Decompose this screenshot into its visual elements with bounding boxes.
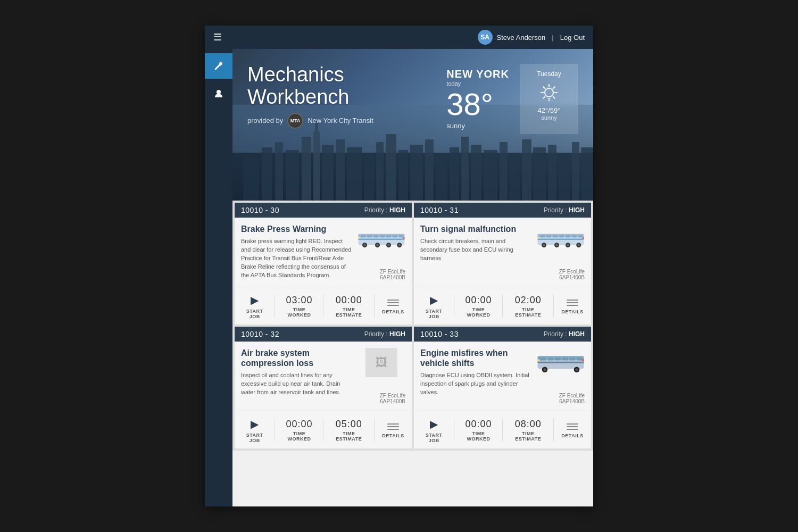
- svg-rect-46: [380, 235, 385, 237]
- svg-line-38: [553, 96, 555, 98]
- job-text-2: Air brake system compression loss Inspec…: [241, 348, 352, 404]
- job-number-1: 10010 - 31: [420, 206, 459, 214]
- time-estimate-label-0: TIME ESTIMATE: [330, 307, 368, 318]
- weather-city: NEW YORK: [446, 68, 509, 80]
- job-card-0: 10010 - 30 Priority : HIGH Brake Press W…: [235, 203, 412, 325]
- time-estimate-value-0: 00:00: [336, 295, 362, 306]
- svg-rect-83: [539, 358, 546, 360]
- time-estimate-section-2: 05:00 TIME ESTIMATE: [323, 413, 374, 447]
- svg-point-54: [376, 244, 379, 246]
- wrench-icon: [213, 61, 224, 71]
- weather-condition: sunny: [446, 122, 509, 130]
- start-job-button-2[interactable]: ▶ START JOB: [235, 411, 275, 448]
- priority-value-0: HIGH: [389, 206, 405, 214]
- person-icon: [213, 88, 224, 99]
- job-image-area-0: ZF EcoLife 6AP1400B: [358, 224, 405, 280]
- svg-rect-60: [403, 237, 405, 238]
- details-button-1[interactable]: DETAILS: [554, 292, 591, 320]
- job-number-3: 10010 - 33: [420, 330, 459, 338]
- logout-button[interactable]: Log Out: [560, 34, 585, 41]
- job-priority-1: Priority : HIGH: [544, 206, 585, 214]
- svg-point-0: [217, 90, 221, 94]
- time-estimate-value-1: 02:00: [515, 295, 542, 306]
- svg-rect-59: [359, 237, 360, 238]
- svg-point-56: [387, 244, 390, 246]
- details-icon-1: [564, 297, 580, 308]
- details-icon-2: [385, 421, 401, 432]
- main-layout: Mechanics Workbench provided by MTA New …: [205, 49, 593, 506]
- job-title-3: Engine misfires when vehicle shifts: [420, 348, 531, 368]
- details-label-3: DETAILS: [561, 433, 583, 438]
- hero-title-section: Mechanics Workbench provided by MTA New …: [247, 64, 446, 129]
- job-title-2: Air brake system compression loss: [241, 348, 352, 368]
- content-area: Mechanics Workbench provided by MTA New …: [232, 49, 593, 506]
- svg-point-52: [363, 244, 366, 246]
- sidebar-item-profile[interactable]: [205, 81, 232, 106]
- job-header-1: 10010 - 31 Priority : HIGH: [414, 203, 591, 218]
- svg-point-58: [398, 244, 401, 246]
- job-header-0: 10010 - 30 Priority : HIGH: [235, 203, 412, 218]
- start-job-button-1[interactable]: ▶ START JOB: [414, 287, 454, 325]
- job-title-1: Turn signal malfunction: [420, 224, 531, 234]
- job-body-3: Engine misfires when vehicle shifts Diag…: [414, 342, 591, 411]
- forecast-condition: sunny: [528, 114, 570, 121]
- job-desc-0: Brake press warning light RED. Inspect a…: [241, 237, 352, 280]
- time-estimate-label-2: TIME ESTIMATE: [330, 431, 368, 442]
- svg-point-76: [567, 244, 569, 246]
- start-job-button-3[interactable]: ▶ START JOB: [414, 411, 454, 448]
- job-image-area-1: ZF EcoLife 6AP1400B: [537, 224, 585, 280]
- job-actions-1: ▶ START JOB 00:00 TIME WORKED 02:00 TIME…: [414, 287, 591, 325]
- sidebar-item-tools[interactable]: [205, 53, 232, 79]
- provided-by-label: provided by: [247, 117, 283, 124]
- job-model-0: ZF EcoLife 6AP1400B: [358, 267, 405, 280]
- job-card-1: 10010 - 31 Priority : HIGH Turn signal m…: [414, 203, 591, 325]
- svg-point-74: [555, 244, 558, 246]
- details-button-0[interactable]: DETAILS: [375, 292, 412, 320]
- page-title: Mechanics Workbench: [247, 64, 446, 109]
- job-desc-1: Check circuit breakers, main and seconda…: [420, 237, 531, 263]
- play-icon-3: ▶: [427, 417, 442, 431]
- svg-point-72: [543, 244, 545, 246]
- details-label-1: DETAILS: [561, 309, 583, 314]
- details-button-3[interactable]: DETAILS: [554, 416, 591, 444]
- bus-image-0: [358, 224, 405, 253]
- hamburger-icon[interactable]: ☰: [213, 31, 222, 43]
- svg-rect-43: [361, 235, 365, 237]
- start-job-label-0: START JOB: [241, 309, 268, 319]
- job-card-2: 10010 - 32 Priority : HIGH Air brake sys…: [235, 327, 412, 448]
- start-job-label-3: START JOB: [420, 433, 447, 443]
- time-worked-section-2: 00:00 TIME WORKED: [275, 413, 323, 447]
- job-priority-0: Priority : HIGH: [364, 206, 405, 214]
- job-image-area-2: 🖼 ZF EcoLife 6AP1400B: [358, 348, 405, 404]
- svg-rect-80: [583, 237, 584, 238]
- job-priority-2: Priority : HIGH: [364, 330, 405, 338]
- bus-image-1: [537, 224, 585, 253]
- job-actions-2: ▶ START JOB 00:00 TIME WORKED 05:00 TIME…: [235, 411, 412, 448]
- job-card-3: 10010 - 33 Priority : HIGH Engine misfir…: [414, 327, 591, 448]
- details-button-2[interactable]: DETAILS: [375, 416, 412, 444]
- forecast-day: Tuesday: [528, 70, 570, 78]
- svg-rect-95: [582, 359, 584, 361]
- avatar: SA: [478, 30, 493, 45]
- svg-rect-69: [578, 235, 583, 237]
- svg-rect-84: [548, 358, 554, 360]
- time-worked-value-3: 00:00: [465, 419, 492, 430]
- hero-content: Mechanics Workbench provided by MTA New …: [232, 49, 593, 201]
- time-estimate-section-1: 02:00 TIME ESTIMATE: [503, 289, 553, 323]
- svg-line-40: [543, 96, 545, 98]
- start-job-button-0[interactable]: ▶ START JOB: [235, 287, 275, 325]
- mta-badge: MTA: [287, 113, 303, 129]
- svg-rect-94: [538, 359, 540, 361]
- play-icon-0: ▶: [247, 293, 262, 307]
- job-title-0: Brake Press Warning: [241, 224, 352, 234]
- priority-value-3: HIGH: [569, 330, 585, 338]
- details-label-0: DETAILS: [382, 309, 404, 314]
- time-estimate-value-3: 08:00: [515, 419, 542, 430]
- time-estimate-label-3: TIME ESTIMATE: [509, 431, 547, 442]
- time-worked-value-2: 00:00: [286, 419, 312, 430]
- time-worked-label-2: TIME WORKED: [281, 431, 317, 442]
- job-body-2: Air brake system compression loss Inspec…: [235, 342, 412, 411]
- svg-rect-50: [359, 238, 405, 239]
- job-model-2: ZF EcoLife 6AP1400B: [358, 390, 405, 404]
- play-icon-2: ▶: [247, 417, 262, 431]
